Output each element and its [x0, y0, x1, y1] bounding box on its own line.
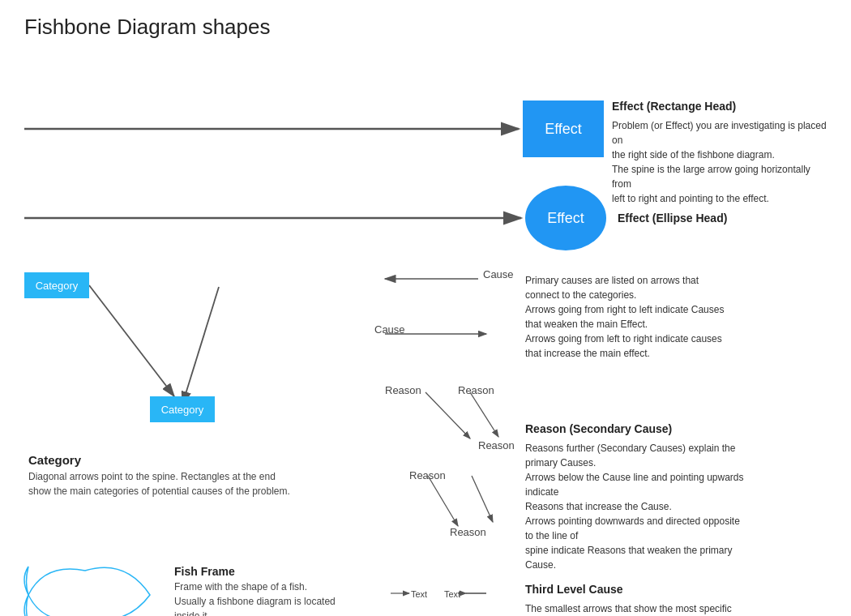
third-level-desc-block: Third Level Cause The smallest arrows th…	[525, 581, 744, 616]
svg-line-11	[470, 392, 498, 437]
fish-frame-desc: Frame with the shape of a fish. Usually …	[174, 580, 336, 616]
category-label-1: Category	[36, 280, 79, 292]
svg-line-10	[426, 392, 470, 438]
svg-line-7	[182, 287, 219, 404]
category-box-2: Category	[150, 396, 215, 422]
effect-ellipse-desc-block: Effect (Ellipse Head)	[618, 210, 727, 230]
page-title: Fishbone Diagram shapes	[0, 0, 851, 48]
category-box-1: Category	[24, 272, 89, 298]
svg-line-6	[89, 285, 174, 396]
cause-label-left: Cause	[483, 268, 514, 280]
reason-section-title: Reason (Secondary Cause)	[525, 421, 744, 438]
reason-label-2: Reason	[458, 384, 494, 396]
text-label-2: Text	[444, 589, 460, 599]
fish-frame-svg	[20, 546, 174, 616]
third-level-title: Third Level Cause	[525, 581, 744, 598]
effect-ellipse-title: Effect (Ellipse Head)	[618, 210, 727, 227]
effect-rectangle: Effect	[523, 101, 604, 157]
category-label-2: Category	[161, 404, 204, 416]
svg-line-12	[428, 476, 458, 526]
text-label-1: Text	[411, 589, 427, 599]
fish-frame-title: Fish Frame	[174, 565, 235, 578]
effect-rect-label: Effect	[545, 121, 582, 138]
effect-ellipse: Effect	[525, 186, 606, 250]
svg-line-13	[472, 476, 493, 522]
effect-ellipse-label: Effect	[547, 210, 584, 227]
cause-label-right: Cause	[374, 323, 405, 336]
effect-rect-title: Effect (Rectange Head)	[612, 98, 831, 115]
reason-label-1: Reason	[385, 384, 421, 396]
category-section-desc: Diagonal arrows point to the spine. Rect…	[28, 469, 290, 498]
effect-rect-desc: Problem (or Effect) you are investigatin…	[612, 118, 831, 206]
cause-desc-block: Primary causes are listed on arrows that…	[525, 273, 724, 361]
effect-rect-desc-block: Effect (Rectange Head) Problem (or Effec…	[612, 98, 831, 206]
reason-desc-block: Reason (Secondary Cause) Reasons further…	[525, 421, 744, 572]
reason-label-3: Reason	[478, 439, 515, 451]
diagram-area: Effect Effect Effect (Rectange Head) Pro…	[0, 48, 851, 616]
category-section-title: Category	[28, 453, 81, 467]
reason-label-4: Reason	[409, 469, 446, 481]
reason-label-5: Reason	[450, 526, 486, 538]
